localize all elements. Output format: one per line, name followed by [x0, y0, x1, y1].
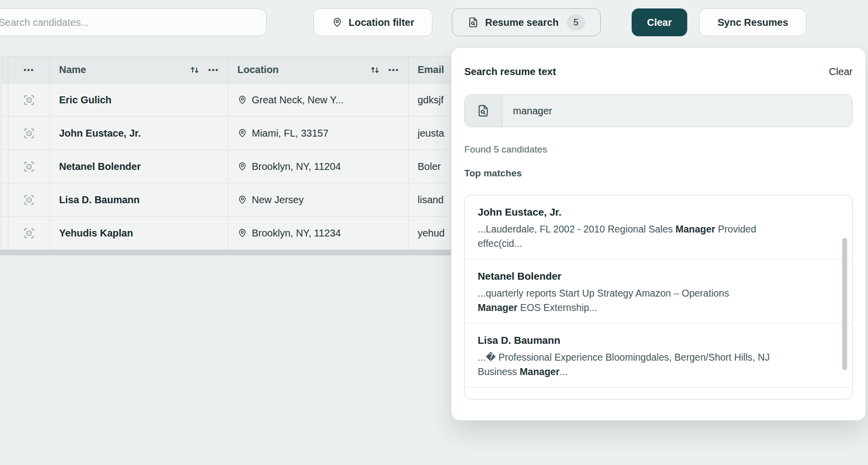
matches-scrollbar[interactable]: [842, 238, 847, 370]
table-horizontal-scrollbar[interactable]: [0, 250, 451, 255]
row-location-cell[interactable]: Great Neck, New Y...: [228, 83, 409, 117]
column-header-location[interactable]: Location•••: [228, 57, 409, 83]
row-location-cell[interactable]: Miami, FL, 33157: [228, 117, 409, 150]
column-label: Name: [59, 64, 86, 76]
match-card[interactable]: John Eustace, Jr....Lauderdale, FL 2002 …: [465, 195, 852, 259]
row-edge-cell: [1, 117, 8, 150]
search-candidates-input[interactable]: [0, 8, 267, 36]
column-header-edge: [1, 57, 8, 83]
candidate-location: New Jersey: [252, 194, 303, 206]
column-menu-icon[interactable]: •••: [24, 66, 35, 74]
location-pin-icon: [332, 17, 343, 28]
row-scan-cell[interactable]: [8, 150, 50, 183]
candidate-email: yehud: [418, 228, 445, 239]
next-match-partial: [465, 387, 852, 399]
candidate-email: jeusta: [418, 128, 444, 139]
location-pin-icon: [237, 161, 247, 171]
candidate-location: Miami, FL, 33157: [252, 128, 329, 139]
match-name: Netanel Bolender: [478, 270, 839, 282]
sort-icon[interactable]: [369, 64, 381, 76]
resume-search-panel: Search resume text Clear Found 5 candida…: [451, 47, 866, 421]
column-header-name[interactable]: Name•••: [50, 57, 228, 83]
match-card[interactable]: Netanel Bolender...quarterly reports Sta…: [465, 259, 852, 323]
row-location-cell[interactable]: Brooklyn, NY, 11234: [228, 217, 409, 250]
row-edge-cell: [1, 83, 8, 117]
column-menu-icon[interactable]: •••: [388, 66, 399, 74]
match-snippet: ...� Professional Experience Bloomingdal…: [478, 350, 839, 379]
location-pin-icon: [237, 228, 247, 238]
candidate-name: Yehudis Kaplan: [59, 228, 133, 239]
top-matches-list: John Eustace, Jr....Lauderdale, FL 2002 …: [464, 195, 853, 399]
row-scan-cell[interactable]: [8, 183, 50, 217]
candidate-name: Netanel Bolender: [59, 161, 141, 172]
row-name-cell[interactable]: Eric Gulich: [50, 83, 228, 117]
file-search-icon: [465, 95, 502, 127]
location-filter-label: Location filter: [349, 17, 414, 28]
row-location-cell[interactable]: Brooklyn, NY, 11204: [228, 150, 409, 183]
sync-resumes-button[interactable]: Sync Resumes: [699, 8, 806, 36]
location-filter-button[interactable]: Location filter: [313, 8, 433, 36]
candidate-email: gdksjf: [418, 94, 443, 106]
scan-candidate-icon[interactable]: [22, 127, 36, 140]
match-snippet: ...Lauderdale, FL 2002 - 2010 Regional S…: [478, 222, 839, 251]
sort-icon[interactable]: [189, 64, 201, 76]
top-matches-label: Top matches: [464, 168, 853, 179]
resume-query-input[interactable]: [502, 95, 852, 127]
candidate-location: Brooklyn, NY, 11204: [252, 161, 341, 172]
row-name-cell[interactable]: John Eustace, Jr.: [50, 117, 228, 150]
resume-search-count-badge: 5: [567, 14, 585, 30]
row-location-cell[interactable]: New Jersey: [228, 183, 409, 217]
candidate-location: Great Neck, New Y...: [252, 94, 344, 106]
scan-candidate-icon[interactable]: [22, 93, 36, 107]
clear-filters-button[interactable]: Clear: [632, 8, 687, 36]
candidate-email: lisand: [418, 194, 443, 206]
found-count-text: Found 5 candidates: [464, 144, 853, 155]
resume-query-field[interactable]: [464, 94, 853, 127]
row-edge-cell: [1, 217, 8, 250]
column-label: Location: [237, 64, 279, 76]
row-name-cell[interactable]: Yehudis Kaplan: [50, 217, 228, 250]
row-edge-cell: [1, 183, 8, 217]
match-name: John Eustace, Jr.: [478, 206, 839, 218]
column-header-actions[interactable]: •••: [8, 57, 50, 83]
column-menu-icon[interactable]: •••: [208, 66, 219, 74]
location-pin-icon: [237, 95, 247, 105]
candidate-name: Lisa D. Baumann: [59, 194, 140, 206]
app-root: Location filter Resume search 5 Clear Sy…: [0, 0, 868, 465]
column-label: Email: [418, 64, 444, 76]
resume-search-button[interactable]: Resume search 5: [452, 8, 601, 36]
candidate-email: Boler: [418, 161, 441, 172]
file-search-icon: [467, 16, 479, 28]
candidate-location: Brooklyn, NY, 11234: [252, 228, 341, 239]
match-name: Lisa D. Baumann: [478, 334, 839, 346]
row-scan-cell[interactable]: [8, 117, 50, 150]
panel-clear-button[interactable]: Clear: [829, 66, 853, 78]
scan-candidate-icon[interactable]: [22, 160, 36, 173]
panel-title: Search resume text: [464, 66, 556, 78]
match-card[interactable]: Lisa D. Baumann...� Professional Experie…: [465, 323, 852, 387]
candidate-name: John Eustace, Jr.: [59, 128, 141, 139]
scan-candidate-icon[interactable]: [22, 193, 36, 207]
row-edge-cell: [1, 150, 8, 183]
candidate-name: Eric Gulich: [59, 94, 112, 106]
location-pin-icon: [237, 128, 247, 138]
resume-search-label: Resume search: [485, 17, 559, 28]
row-scan-cell[interactable]: [8, 83, 50, 117]
row-name-cell[interactable]: Lisa D. Baumann: [50, 183, 228, 217]
row-name-cell[interactable]: Netanel Bolender: [50, 150, 228, 183]
scan-candidate-icon[interactable]: [22, 227, 36, 240]
location-pin-icon: [237, 195, 247, 205]
match-snippet: ...quarterly reports Start Up Strategy A…: [478, 286, 839, 315]
row-scan-cell[interactable]: [8, 217, 50, 250]
